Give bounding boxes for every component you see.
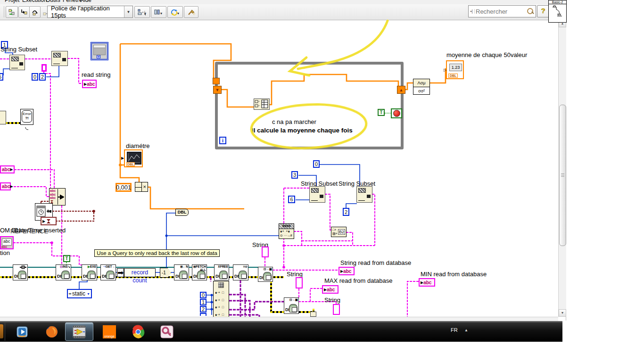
error-handler-node[interactable]: Error ?! xyxy=(20,109,33,125)
string-control-2[interactable]: abc▶ xyxy=(0,182,11,190)
abc-glyph: abc xyxy=(50,189,58,193)
string-constant-2[interactable] xyxy=(296,277,303,288)
decrement-node[interactable]: -1 xyxy=(160,268,171,278)
mean-stddev-node[interactable]: Λσμ σσ² xyxy=(413,79,430,95)
plug-icon xyxy=(19,265,27,269)
error-word: Error xyxy=(22,112,32,116)
nines-glyph: 9999 xyxy=(279,224,294,229)
numeric-constant-2b[interactable]: 2 xyxy=(343,208,349,216)
numeric-constant-6[interactable]: 6 xyxy=(288,196,295,203)
db-variant-to-data-node-2[interactable]: ⊡→▣ DB xyxy=(284,297,299,314)
show-hidden-icons[interactable]: ▲ xyxy=(464,328,468,348)
clipped-node-bottom[interactable] xyxy=(310,312,316,317)
shift-register-right[interactable]: ▲ xyxy=(397,86,405,94)
taskbar-media-player[interactable] xyxy=(10,322,35,341)
record-count-local-variable[interactable]: record count xyxy=(124,268,156,277)
numeric-constant-0[interactable]: 0 xyxy=(32,73,38,81)
string-subset-node-3[interactable] xyxy=(356,186,372,203)
index-constant-1[interactable]: 1 xyxy=(200,299,206,305)
local-variable-arrow[interactable]: ➡ xyxy=(117,268,124,277)
number-to-string-node[interactable]: 9999 ∎+ +∎⊙ ⋯→# xyxy=(279,223,294,239)
tab-control-terminal[interactable]: ◂▸ xyxy=(91,42,108,60)
numeric-constant-3[interactable]: 3 xyxy=(291,171,298,179)
abc-glyph: abc xyxy=(1,245,7,248)
vertical-scrollbar[interactable]: ▲ ▼ xyxy=(558,20,566,317)
index-constant-0[interactable]: 0 xyxy=(200,292,206,298)
min-read-indicator[interactable]: ▶abc xyxy=(419,278,435,287)
string-constant-1[interactable] xyxy=(262,247,269,257)
numeric-constant-5-clipped[interactable]: 5 xyxy=(0,73,3,81)
db-execute-node[interactable]: ▶EXE DB xyxy=(82,264,97,280)
boolean-true-label: T xyxy=(65,256,68,261)
db-get-node[interactable]: ⊣GET→ DB xyxy=(100,264,116,280)
index-array-node[interactable]: ∎·+ □∎·+ □∎·+ □∎·+ □ xyxy=(213,281,229,321)
taskbar-firefox[interactable] xyxy=(40,322,64,341)
numeric-constant-0001[interactable]: 0,001 xyxy=(116,183,132,192)
string-constant-small[interactable] xyxy=(41,64,47,72)
build-array-node[interactable] xyxy=(254,99,270,110)
constant-value: 2 xyxy=(41,74,44,80)
db-fetch-all-node[interactable]: ⊞FETCH ALL DB xyxy=(192,264,207,280)
timestamp-indicator[interactable]: ▶ xyxy=(41,217,57,225)
string-control-gray[interactable]: abc abc xyxy=(0,236,14,249)
firefox-icon xyxy=(45,325,59,339)
scrollbar-thumb[interactable] xyxy=(559,105,566,246)
boolean-true-constant-loop[interactable]: T xyxy=(378,109,385,116)
exe-glyph: EXE xyxy=(90,265,96,268)
db-close-node[interactable]: =⊙ DB xyxy=(233,264,248,280)
tray-language[interactable]: FR xyxy=(451,327,458,347)
block-diagram[interactable]: ▼ ▲ T i Λσμ σσ² moyenne de chaque 50vale… xyxy=(0,0,566,321)
annotation-line1: c na pa marcher xyxy=(272,118,316,125)
hourglass-icon xyxy=(46,219,51,224)
mean-cell: Λσμ xyxy=(413,79,429,87)
taskbar-orange[interactable]: orange xyxy=(96,322,123,341)
db-variant-to-data-node-1[interactable]: ⊡→▣ DB xyxy=(258,267,273,282)
db-free-node[interactable]: XFREE DB xyxy=(214,264,229,280)
db-insert-node[interactable]: ⊡INS↘ DB xyxy=(56,264,71,280)
minus1-glyph: -1 xyxy=(162,270,166,275)
shift-register-left[interactable]: ▼ xyxy=(213,86,222,94)
stop-button-terminal[interactable] xyxy=(391,108,402,118)
orange-label: orange xyxy=(103,335,116,338)
horizontal-scrollbar[interactable] xyxy=(0,317,558,321)
mean-numeric-indicator[interactable]: 1.23 DBL ▷ xyxy=(446,60,464,79)
boolean-true-label: T xyxy=(380,110,382,115)
taskbar-labview-active[interactable] xyxy=(65,322,93,341)
to-double-conversion-node[interactable]: DBL xyxy=(175,209,189,216)
string-label-3: String xyxy=(324,296,340,304)
index-constant-2[interactable]: 2 xyxy=(200,306,206,313)
string-control-1[interactable]: abc▶ xyxy=(0,165,15,173)
iteration-terminal[interactable]: i xyxy=(219,137,226,144)
taskbar-chrome[interactable] xyxy=(125,322,151,341)
clipped-taskbar-icon[interactable] xyxy=(0,324,3,338)
multiply-node[interactable]: × xyxy=(135,182,148,192)
string-constant-3[interactable] xyxy=(333,304,340,315)
tion-label: tion xyxy=(0,249,10,256)
loop-tunnel[interactable] xyxy=(213,78,220,84)
static-enum-constant[interactable]: ◂▸ static ▼ xyxy=(67,289,92,298)
index-constant-clipped[interactable] xyxy=(200,313,206,316)
numeric-constant-0b[interactable]: 0 xyxy=(313,160,320,168)
string-read-indicator[interactable]: ▶abc xyxy=(339,267,355,275)
abc-glyph: abc xyxy=(2,167,10,172)
clipped-node-left-edge[interactable] xyxy=(0,111,6,124)
constant-value: 2 xyxy=(345,209,347,215)
db-connect-node[interactable]: DB xyxy=(13,264,28,280)
boolean-true-constant-db[interactable]: T xyxy=(63,255,70,262)
read-string-indicator[interactable]: ▶abc xyxy=(82,80,97,88)
numeric-constant-2[interactable]: 2 xyxy=(39,73,46,81)
string-subset-node-1[interactable] xyxy=(9,55,25,70)
db-set-position-node[interactable]: ⊞←N DB xyxy=(174,264,189,280)
scroll-down-button[interactable]: ▼ xyxy=(559,309,566,317)
while-loop-frame[interactable] xyxy=(215,62,404,149)
string-subset-node-2[interactable] xyxy=(309,186,325,203)
language-label: FR xyxy=(451,327,458,333)
string-to-number-node[interactable]: □+▨+ B2 xyxy=(331,227,347,237)
error-punct: ?! xyxy=(25,116,29,120)
vi-icon-basic2[interactable]: Basic-2 xyxy=(548,0,567,23)
waveform-chart-terminal[interactable]: DBL ▶ xyxy=(124,149,143,167)
taskbar-access[interactable] xyxy=(154,322,180,341)
match-pattern-node[interactable] xyxy=(51,51,68,66)
max-read-label: MAX read from database xyxy=(324,277,393,284)
max-read-indicator[interactable]: ▶abc xyxy=(322,285,339,294)
